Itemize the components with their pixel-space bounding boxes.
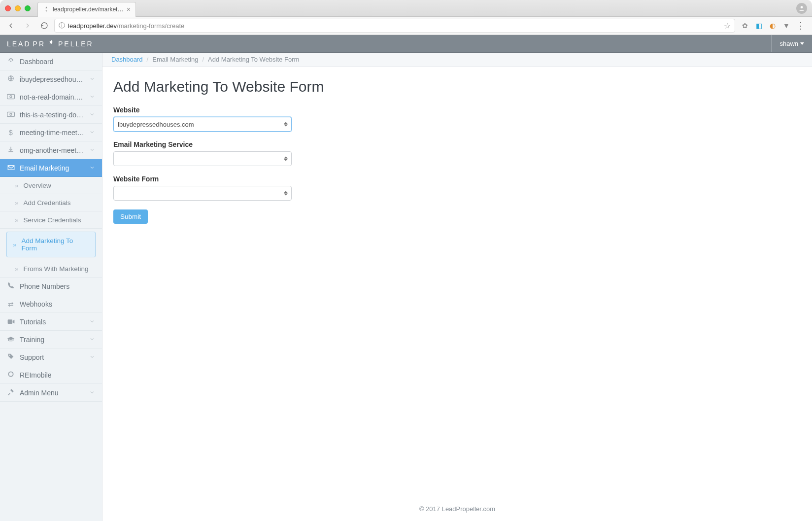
download-icon	[7, 146, 15, 154]
breadcrumb-separator: /	[147, 56, 149, 63]
service-label: Email Marketing Service	[113, 140, 801, 148]
browser-chrome: leadpropeller.dev/marketing-fo × ⓘ leadp…	[0, 0, 812, 35]
submit-button[interactable]: Submit	[113, 209, 148, 224]
form-group-service: Email Marketing Service	[113, 140, 801, 166]
url-path: /marketing-forms/create	[117, 22, 184, 30]
content: Add Marketing To Website Form Website ib…	[102, 67, 812, 496]
sidebar-sub-label: Froms With Marketing	[24, 265, 89, 273]
website-select[interactable]: ibuydepressedhouses.com	[113, 117, 292, 132]
svg-rect-5	[7, 112, 15, 116]
profile-avatar-icon[interactable]	[796, 3, 807, 14]
svg-point-0	[801, 6, 803, 8]
browser-tab[interactable]: leadpropeller.dev/marketing-fo ×	[37, 2, 136, 17]
sidebar-sub-overview[interactable]: » Overview	[0, 177, 102, 194]
website-label: Website	[113, 106, 801, 114]
footer-text: © 2017 LeadPropeller.com	[419, 505, 495, 513]
gauge-icon	[7, 57, 15, 66]
extension-icon[interactable]: ◧	[755, 22, 763, 30]
main: Dashboard / Email Marketing / Add Market…	[102, 53, 812, 521]
sidebar-item-label: meeting-time-meeting…	[20, 129, 84, 137]
sidebar-item-tutorials[interactable]: Tutorials	[0, 313, 102, 331]
window-close-icon[interactable]	[5, 5, 11, 11]
chevron-down-icon	[89, 146, 95, 154]
svg-point-1	[10, 61, 11, 62]
sidebar-item-site[interactable]: not-a-real-domain.com	[0, 88, 102, 106]
breadcrumb-link-dashboard[interactable]: Dashboard	[111, 56, 143, 63]
svg-rect-7	[7, 319, 12, 324]
user-menu[interactable]: shawn	[771, 35, 812, 52]
sidebar-item-label: Tutorials	[20, 318, 84, 326]
nav-back-button[interactable]	[4, 19, 18, 33]
chevron-down-icon	[89, 111, 95, 119]
sidebar-item-label: Phone Numbers	[20, 282, 95, 290]
sidebar-sub-label: Overview	[24, 182, 51, 189]
form-group-website: Website ibuydepressedhouses.com	[113, 106, 801, 132]
sidebar-item-site[interactable]: this-is-a-testing-domai…	[0, 106, 102, 124]
sidebar-item-dashboard[interactable]: Dashboard	[0, 53, 102, 70]
chevron-down-icon	[89, 164, 95, 172]
brand-logo[interactable]: LEAD PR PELLER	[7, 39, 94, 48]
sidebar-item-label: REImobile	[20, 371, 95, 379]
double-chevron-icon: »	[15, 182, 19, 189]
window-minimize-icon[interactable]	[15, 5, 21, 11]
sidebar-sub-service-credentials[interactable]: » Service Credentials	[0, 211, 102, 229]
sidebar-item-reimobile[interactable]: REImobile	[0, 366, 102, 384]
extension-icon[interactable]: ▼	[782, 22, 790, 30]
logo-text: LEAD	[7, 40, 31, 48]
site-info-icon[interactable]: ⓘ	[59, 21, 65, 30]
browser-menu-icon[interactable]: ⋮	[796, 20, 805, 31]
sidebar-item-admin-menu[interactable]: Admin Menu	[0, 384, 102, 402]
chevron-down-icon	[89, 353, 95, 361]
double-chevron-icon: »	[15, 216, 19, 224]
form-label: Website Form	[113, 175, 801, 183]
sidebar-sub-label: Add Marketing To Form	[22, 237, 89, 252]
extension-icon[interactable]: ◐	[769, 22, 777, 30]
chevron-down-icon	[89, 389, 95, 397]
sidebar-item-site[interactable]: $ meeting-time-meeting…	[0, 124, 102, 141]
sidebar-sub-add-credentials[interactable]: » Add Credentials	[0, 194, 102, 211]
nav-forward-button[interactable]	[21, 19, 34, 33]
cash-icon	[7, 93, 15, 101]
dollar-icon: $	[7, 129, 15, 137]
sidebar-item-email-marketing[interactable]: Email Marketing	[0, 159, 102, 177]
graduation-icon	[7, 336, 15, 344]
ring-icon	[7, 371, 15, 379]
traffic-lights	[5, 5, 31, 11]
svg-point-4	[10, 96, 12, 98]
form-select[interactable]	[113, 186, 292, 201]
svg-point-6	[10, 113, 12, 115]
sidebar-item-label: not-a-real-domain.com	[20, 93, 84, 101]
sidebar-item-label: ibuydepressedhouses.…	[20, 75, 84, 83]
service-select[interactable]	[113, 151, 292, 166]
sidebar-item-phone-numbers[interactable]: Phone Numbers	[0, 278, 102, 295]
breadcrumb-separator: /	[202, 56, 204, 63]
app-topbar: LEAD PR PELLER shawn	[0, 35, 812, 53]
sidebar-item-label: Admin Menu	[20, 389, 84, 397]
sidebar-item-label: Webhooks	[20, 300, 95, 308]
sidebar-sub-add-marketing-to-form[interactable]: » Add Marketing To Form	[6, 232, 96, 257]
sidebar-item-label: Dashboard	[20, 58, 95, 66]
svg-point-8	[9, 355, 10, 356]
double-chevron-icon: »	[15, 265, 19, 273]
sidebar-item-support[interactable]: Support	[0, 348, 102, 366]
footer: © 2017 LeadPropeller.com	[102, 496, 812, 521]
extension-icon[interactable]: ✿	[741, 22, 749, 30]
tab-strip: leadpropeller.dev/marketing-fo ×	[0, 0, 812, 17]
sidebar-item-webhooks[interactable]: ⇄ Webhooks	[0, 295, 102, 313]
sidebar-item-label: this-is-a-testing-domai…	[20, 111, 84, 119]
bookmark-icon[interactable]: ☆	[724, 21, 731, 31]
window-maximize-icon[interactable]	[25, 5, 31, 11]
sidebar-item-site[interactable]: omg-another-meeting.…	[0, 141, 102, 159]
sidebar-item-site[interactable]: ibuydepressedhouses.…	[0, 70, 102, 88]
app-body: Dashboard ibuydepressedhouses.… not-a-re…	[0, 53, 812, 521]
url-input[interactable]: ⓘ leadpropeller.dev/marketing-forms/crea…	[54, 19, 735, 33]
sidebar-item-training[interactable]: Training	[0, 331, 102, 348]
favicon-icon	[43, 6, 50, 13]
tag-icon	[7, 353, 15, 361]
logo-text: PELLER	[58, 40, 94, 48]
tab-close-icon[interactable]: ×	[127, 5, 131, 13]
nav-reload-button[interactable]	[37, 19, 51, 33]
website-select-wrap: ibuydepressedhouses.com	[113, 117, 292, 132]
url-host: leadpropeller.dev	[68, 22, 117, 30]
sidebar-sub-forms-with-marketing[interactable]: » Froms With Marketing	[0, 260, 102, 278]
